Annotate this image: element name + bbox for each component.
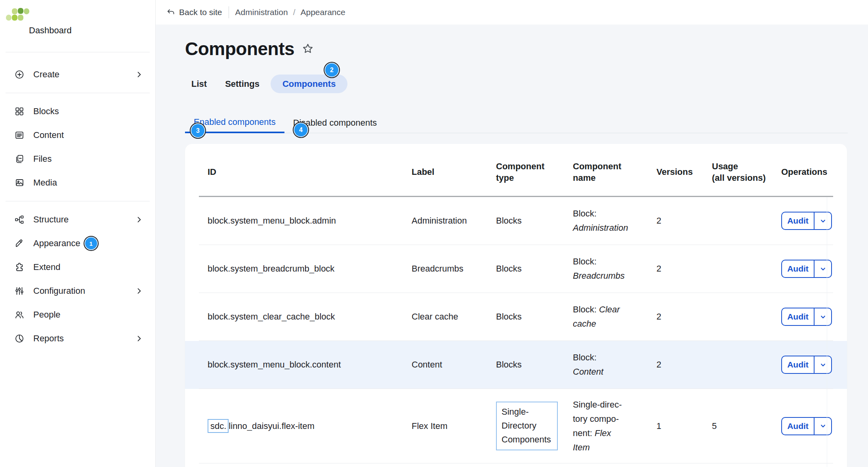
page-header: Components	[185, 38, 314, 59]
topbar: Back to site Administration / Appearance	[156, 0, 868, 25]
content-icon	[14, 130, 25, 140]
cell-component-type: Blocks	[496, 358, 573, 372]
back-to-site-link[interactable]: Back to site	[166, 8, 222, 17]
favorite-star-icon[interactable]	[301, 42, 314, 55]
cell-versions: 2	[653, 310, 709, 324]
cell-usage: 5	[709, 419, 778, 433]
table-row: block.system_breadcrumb_blockBreadcrumbs…	[185, 245, 847, 293]
cell-component-name: Block: Clearcache	[573, 302, 653, 331]
audit-button[interactable]: Audit	[781, 212, 832, 230]
people-icon	[14, 310, 25, 320]
cell-component-name: Block:Breadcrumbs	[573, 255, 653, 283]
annotation-badge-2: 2	[325, 63, 338, 77]
cell-component-name: Block:Content	[573, 350, 653, 379]
tab-settings[interactable]: Settings	[225, 79, 259, 89]
site-logo[interactable]	[0, 2, 38, 24]
chevron-right-icon	[135, 215, 143, 224]
column-header-component-name: Componentname	[573, 161, 653, 184]
sidebar-item-dashboard[interactable]: Dashboard	[29, 25, 72, 36]
column-header-usage-allversions: Usage(all versions)	[709, 161, 778, 184]
sidebar-item-content[interactable]: Content	[0, 123, 155, 147]
audit-button-label[interactable]: Audit	[782, 212, 814, 229]
table-row: sdc.linno_daisyui.flex-itemFlex ItemSing…	[185, 389, 847, 463]
cell-versions: 2	[653, 214, 709, 228]
chevron-right-icon	[135, 70, 143, 79]
column-header-label: Label	[412, 166, 496, 178]
sidebar-item-blocks[interactable]: Blocks	[0, 100, 155, 123]
annotation-badge-3: 3	[191, 124, 204, 137]
sidebar-item-media[interactable]: Media	[0, 171, 155, 195]
sidebar-divider	[6, 52, 150, 52]
media-icon	[14, 178, 25, 188]
sidebar-item-create[interactable]: Create	[0, 63, 155, 86]
sidebar-item-label: Create	[33, 69, 59, 80]
table-row: block.system_menu_block.adminAdministrat…	[185, 197, 847, 245]
sidebar-item-label: Blocks	[33, 106, 59, 117]
cell-component-type: Blocks	[496, 262, 573, 276]
cell-label: Content	[412, 358, 496, 372]
audit-button[interactable]: Audit	[781, 260, 832, 278]
sidebar: Dashboard CreateBlocksContentFilesMediaS…	[0, 0, 156, 467]
sidebar-item-appearance[interactable]: Appearance1	[0, 232, 155, 255]
tab-list[interactable]: List	[191, 79, 207, 89]
sidebar-item-extend[interactable]: Extend	[0, 255, 155, 279]
table-row: block.system_clear_cache_blockClear cach…	[185, 293, 847, 341]
files-icon	[14, 154, 25, 164]
logo-dots-icon	[0, 2, 38, 24]
secondary-tabs: Enabled componentsDisabled components	[185, 112, 848, 133]
sidebar-item-structure[interactable]: Structure	[0, 208, 155, 232]
annotation-badge-4: 4	[294, 123, 307, 136]
sidebar-item-files[interactable]: Files	[0, 147, 155, 171]
sidebar-item-label: People	[33, 310, 61, 320]
breadcrumb-administration[interactable]: Administration	[235, 8, 288, 17]
sidebar-item-label: Reports	[33, 333, 64, 344]
sidebar-item-label: Structure	[33, 214, 69, 225]
cell-label: Administration	[412, 214, 496, 228]
audit-button-label[interactable]: Audit	[782, 260, 814, 277]
sidebar-item-configuration[interactable]: Configuration	[0, 279, 155, 303]
breadcrumb-appearance[interactable]: Appearance	[300, 8, 345, 17]
page-title: Components	[185, 38, 294, 59]
sidebar-item-people[interactable]: People	[0, 303, 155, 327]
back-to-site-label: Back to site	[179, 8, 222, 17]
column-header-component-type: Componenttype	[496, 161, 573, 184]
chevron-right-icon	[135, 287, 143, 295]
table-header-row: IDLabelComponenttypeComponentnameVersion…	[199, 144, 833, 197]
cell-versions: 1	[653, 419, 709, 433]
breadcrumb: Administration / Appearance	[235, 8, 345, 17]
tab-components[interactable]: Components	[271, 75, 347, 93]
sidebar-item-label: Extend	[33, 262, 61, 272]
audit-button-label[interactable]: Audit	[782, 418, 814, 434]
cell-operations: Audit	[778, 356, 833, 374]
sidebar-item-reports[interactable]: Reports	[0, 327, 155, 350]
cell-component-type: Single-Directory Components	[496, 402, 573, 450]
audit-button-label[interactable]: Audit	[782, 356, 814, 373]
audit-button[interactable]: Audit	[781, 308, 832, 326]
extend-icon	[14, 262, 25, 272]
audit-dropdown-toggle[interactable]	[815, 260, 831, 277]
components-table-card: IDLabelComponenttypeComponentnameVersion…	[185, 144, 847, 467]
cell-operations: Audit	[778, 417, 833, 435]
cell-component-name: Single-direc-tory compo-nent: FlexItem	[573, 398, 653, 455]
audit-button-label[interactable]: Audit	[782, 308, 814, 325]
cell-label: Clear cache	[412, 310, 496, 324]
audit-dropdown-toggle[interactable]	[815, 212, 831, 229]
cell-operations: Audit	[778, 212, 833, 230]
annotation-badge-1: 1	[85, 237, 97, 249]
audit-dropdown-toggle[interactable]	[815, 356, 831, 373]
audit-button[interactable]: Audit	[781, 356, 832, 374]
cell-id: sdc.linno_daisyui.flex-item	[199, 419, 412, 433]
chevron-right-icon	[135, 334, 143, 343]
audit-button[interactable]: Audit	[781, 417, 832, 435]
reports-icon	[14, 333, 25, 344]
audit-dropdown-toggle[interactable]	[815, 308, 831, 325]
column-header-versions: Versions	[653, 166, 709, 178]
primary-tabs: ListSettingsComponents	[191, 75, 347, 93]
audit-dropdown-toggle[interactable]	[815, 418, 831, 434]
configuration-icon	[14, 286, 25, 296]
sidebar-divider	[0, 195, 155, 208]
highlight-outline-box: sdc.	[208, 419, 229, 433]
cell-operations: Audit	[778, 260, 833, 278]
column-header-id: ID	[199, 166, 412, 178]
column-header-operations: Operations	[778, 166, 833, 178]
